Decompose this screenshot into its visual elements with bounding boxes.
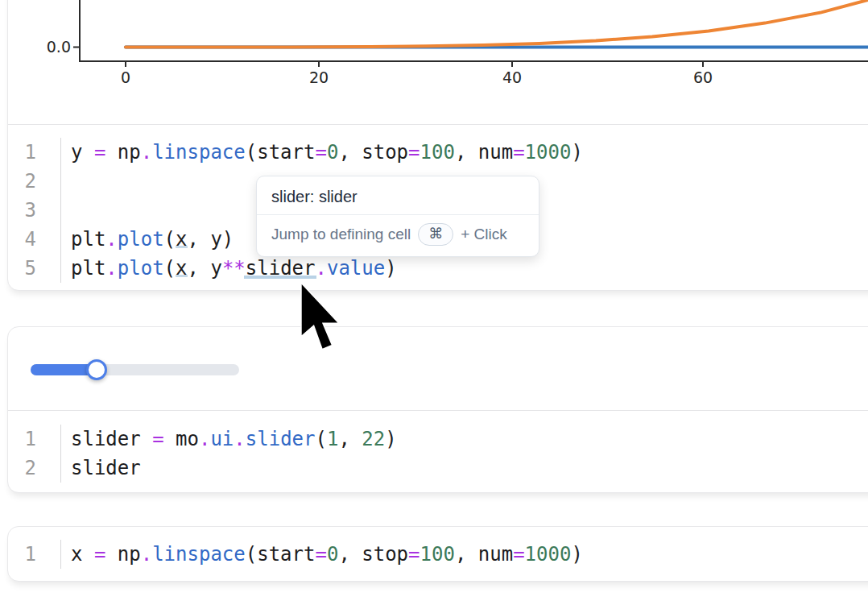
line-number: 5 xyxy=(8,254,61,283)
marimo-notebook: { "plot": { "ytick": "0.0", "xticks": ["… xyxy=(0,0,868,601)
code-line[interactable]: 1x = np.linspace(start=0, stop=100, num=… xyxy=(8,540,868,569)
code-text xyxy=(61,196,71,225)
code-editor-slider[interactable]: 1slider = mo.ui.slider(1, 22)2slider xyxy=(8,411,868,492)
code-text xyxy=(61,167,71,196)
cell-slider: 1slider = mo.ui.slider(1, 22)2slider xyxy=(7,326,868,493)
x-tick-label-20: 20 xyxy=(309,68,329,86)
matplotlib-figure: 0.0 0 20 40 60 xyxy=(8,0,868,90)
mouse-cursor-icon xyxy=(296,281,347,357)
tooltip-click-hint: + Click xyxy=(461,226,507,243)
tooltip-variable-title: slider: slider xyxy=(257,176,539,214)
line-number: 1 xyxy=(8,138,61,167)
line-number: 1 xyxy=(8,540,61,569)
code-text: plt.plot(x, y**slider.value) xyxy=(61,254,397,283)
cell-x: 1x = np.linspace(start=0, stop=100, num=… xyxy=(7,526,868,582)
x-tick-label-40: 40 xyxy=(502,68,522,86)
y-tick-label: 0.0 xyxy=(47,38,71,56)
x-tick-label-60: 60 xyxy=(693,68,713,86)
line-number: 4 xyxy=(8,225,61,254)
code-line[interactable]: 1y = np.linspace(start=0, stop=100, num=… xyxy=(8,138,868,167)
code-text: plt.plot(x, y) xyxy=(61,225,234,254)
slider-output xyxy=(8,327,868,410)
code-text: slider xyxy=(61,454,141,483)
code-line[interactable]: 1slider = mo.ui.slider(1, 22) xyxy=(8,425,868,454)
variable-tooltip: slider: slider Jump to defining cell ⌘ +… xyxy=(256,176,539,257)
tooltip-action-label[interactable]: Jump to defining cell xyxy=(271,226,411,243)
code-text: y = np.linspace(start=0, stop=100, num=1… xyxy=(61,138,583,167)
code-text: slider = mo.ui.slider(1, 22) xyxy=(61,425,397,454)
code-text: x = np.linspace(start=0, stop=100, num=1… xyxy=(61,540,583,569)
line-number: 2 xyxy=(8,454,61,483)
code-line[interactable]: 2slider xyxy=(8,454,868,483)
line-number: 2 xyxy=(8,167,61,196)
slider-thumb[interactable] xyxy=(86,359,107,380)
line-number: 3 xyxy=(8,196,61,225)
command-key-badge: ⌘ xyxy=(418,223,453,246)
code-line[interactable]: 5plt.plot(x, y**slider.value) xyxy=(8,254,868,283)
series-orange-line xyxy=(126,0,868,48)
code-editor-x[interactable]: 1x = np.linspace(start=0, stop=100, num=… xyxy=(8,527,868,581)
plot-output: 0.0 0 20 40 60 xyxy=(8,0,868,124)
x-tick-label-0: 0 xyxy=(121,68,130,86)
line-number: 1 xyxy=(8,425,61,454)
